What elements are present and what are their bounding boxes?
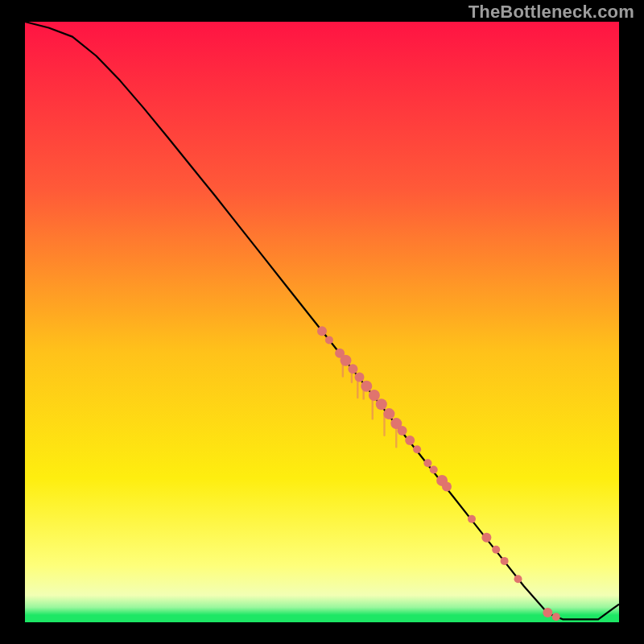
data-point bbox=[442, 481, 452, 491]
data-point bbox=[348, 364, 357, 374]
data-point bbox=[383, 408, 394, 419]
watermark-text: TheBottleneck.com bbox=[469, 2, 634, 23]
data-point bbox=[317, 326, 327, 336]
data-point bbox=[543, 608, 552, 617]
data-point bbox=[468, 515, 476, 523]
plot-background bbox=[25, 22, 619, 622]
data-point bbox=[341, 355, 352, 366]
data-point bbox=[501, 557, 509, 565]
data-point bbox=[492, 546, 500, 554]
data-point bbox=[398, 426, 407, 436]
data-point bbox=[376, 398, 387, 410]
chart-stage: TheBottleneck.com bbox=[0, 0, 644, 644]
chart-svg bbox=[0, 0, 644, 644]
data-point bbox=[413, 445, 421, 453]
data-point bbox=[369, 390, 380, 401]
svg-rect-4 bbox=[395, 427, 397, 448]
data-point bbox=[355, 373, 365, 382]
data-point bbox=[325, 336, 333, 344]
data-point bbox=[423, 459, 431, 467]
data-point bbox=[481, 533, 491, 543]
data-point bbox=[514, 575, 522, 583]
data-point bbox=[405, 436, 415, 445]
data-point bbox=[361, 381, 372, 392]
data-point bbox=[552, 613, 560, 621]
data-point bbox=[430, 466, 438, 474]
